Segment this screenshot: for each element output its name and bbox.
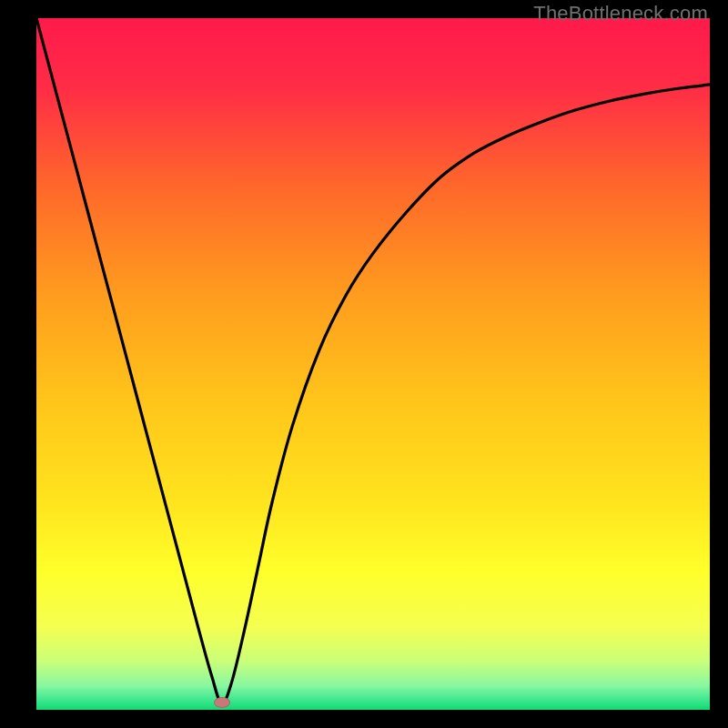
bottleneck-curve: [36, 18, 710, 710]
chart-frame: TheBottleneck.com: [0, 0, 728, 728]
plot-area: [36, 18, 710, 710]
watermark-text: TheBottleneck.com: [533, 2, 708, 25]
minimum-marker: [214, 697, 230, 708]
